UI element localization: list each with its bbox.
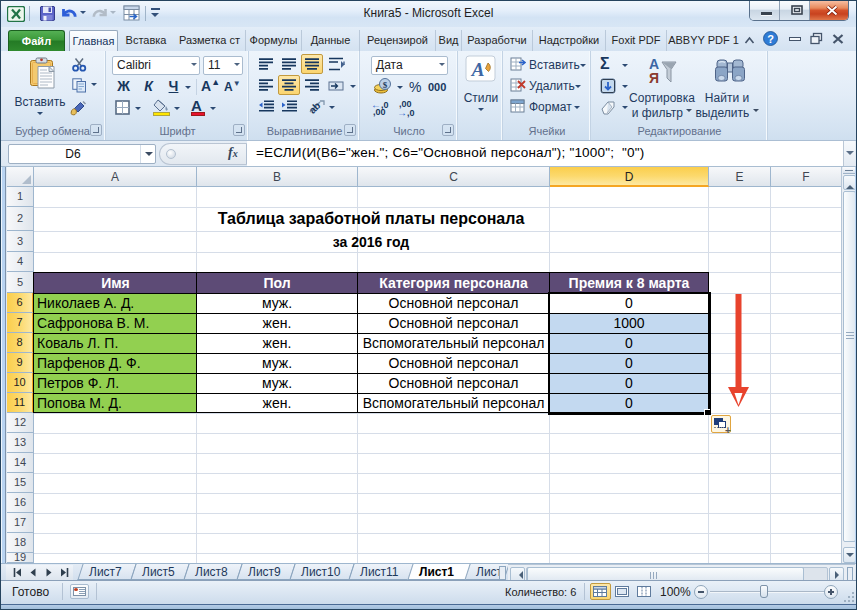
svg-text:Я: Я: [649, 70, 659, 86]
svg-text:ab: ab: [307, 100, 323, 116]
svg-text:$: $: [383, 80, 388, 90]
svg-text:?: ?: [767, 33, 774, 45]
svg-text:A: A: [471, 59, 485, 80]
